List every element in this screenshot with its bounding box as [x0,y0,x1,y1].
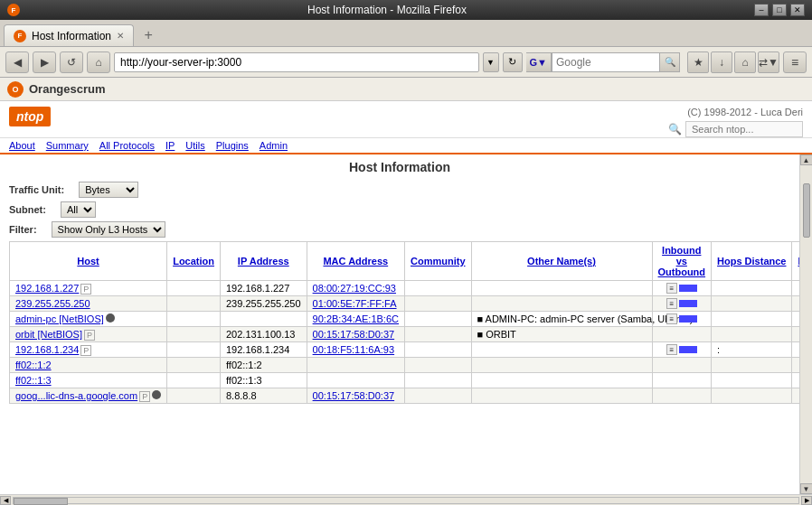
mac-cell [307,358,404,373]
th-hops-distance[interactable]: Hops Distance [712,242,792,281]
ntop-logo[interactable]: ntop [9,107,51,126]
nav-plugins[interactable]: Plugins [216,140,249,151]
inbound-outbound-cell: ≡ [652,281,712,296]
refresh-button[interactable]: ↺ [60,51,83,73]
inbound-toggle[interactable]: ≡ [666,283,677,294]
scroll-up-button[interactable]: ▲ [800,154,813,165]
mac-link[interactable]: 01:00:5E:7F:FF:FA [313,298,397,309]
ip-cell: 239.255.255.250 [221,296,307,312]
window-app-icon: F [7,4,20,16]
inbound-toggle[interactable]: ≡ [666,298,677,309]
mac-link[interactable]: 00:15:17:58:D0:37 [313,329,395,340]
maximize-button[interactable]: □ [772,4,787,16]
ip-cell: 8.8.8.8 [221,388,307,404]
subnet-label: Subnet: [9,204,46,215]
history-button[interactable]: ⌂ [734,51,756,73]
bottom-scrollbar[interactable]: ◀ ▶ [0,494,812,505]
host-link[interactable]: admin-pc [NetBIOS] [15,313,104,324]
inbound-toggle[interactable]: ≡ [666,344,677,355]
home-button[interactable]: ⌂ [87,51,110,73]
nav-admin[interactable]: Admin [260,140,288,151]
host-p-icon[interactable]: P [80,284,91,295]
scroll-down-button[interactable]: ▼ [800,483,813,494]
host-c-cell [792,312,799,327]
inbound-toggle[interactable]: ≡ [666,313,677,324]
url-dropdown-button[interactable]: ▼ [483,52,499,72]
ip-cell: 202.131.100.13 [221,327,307,342]
th-location[interactable]: Location [167,242,221,281]
host-link[interactable]: 192.168.1.234 [15,344,79,355]
host-p-icon[interactable]: P [139,391,150,402]
th-inbound-vs-outbound[interactable]: InboundvsOutbound [652,242,712,281]
ntop-search-input[interactable] [685,121,803,137]
back-button[interactable]: ◀ [5,51,29,73]
nav-about[interactable]: About [9,140,35,151]
hops-cell [712,296,792,312]
search-input[interactable] [552,52,660,72]
host-cell: ff02::1:2 [10,358,167,373]
minimize-button[interactable]: – [754,4,769,16]
nav-utils[interactable]: Utils [185,140,204,151]
nav-all-protocols[interactable]: All Protocols [99,140,155,151]
host-link[interactable]: 239.255.255.250 [15,298,90,309]
inbound-outbound-cell [652,327,712,342]
ntop-copyright: (C) 1998-2012 - Luca Deri [668,107,803,117]
page-content: Host Information Traffic Unit: Bytes Pac… [0,154,799,494]
mac-link[interactable]: 90:2B:34:AE:1B:6C [313,313,399,324]
new-tab-button[interactable]: + [137,24,159,46]
table-row: orbit [NetBIOS]P202.131.100.1300:15:17:5… [10,327,800,342]
host-p-icon[interactable]: P [80,345,91,356]
sync-button[interactable]: ⇄▼ [758,51,779,73]
mac-link[interactable]: 00:15:17:58:D0:37 [313,390,395,401]
url-input[interactable] [114,52,479,72]
location-cell [167,388,221,404]
location-cell [167,358,221,373]
hops-cell [712,388,792,404]
th-host[interactable]: Host [10,242,167,281]
mac-link[interactable]: 00:18:F5:11:6A:93 [313,344,395,355]
main-area: Host Information Traffic Unit: Bytes Pac… [0,154,812,494]
tab-close-button[interactable]: ✕ [117,31,124,41]
th-host-c[interactable]: Host C [792,242,799,281]
downloads-button[interactable]: ↓ [711,51,732,73]
community-cell [405,327,472,342]
bookmarks-button[interactable]: ★ [687,51,709,73]
nav-summary[interactable]: Summary [46,140,89,151]
th-other-names[interactable]: Other Name(s) [471,242,652,281]
active-tab[interactable]: F Host Information ✕ [4,24,134,46]
subnet-select[interactable]: All [61,201,96,218]
filter-select[interactable]: Show Only L3 Hosts [52,221,165,238]
community-cell [405,296,472,312]
go-button[interactable]: ↻ [503,52,523,72]
side-scrollbar[interactable]: ▲ ▼ [799,154,812,494]
search-submit-button[interactable]: 🔍 [660,52,680,72]
host-cell: orbit [NetBIOS]P [10,327,167,342]
scroll-right-button[interactable]: ▶ [801,496,812,505]
scroll-left-button[interactable]: ◀ [0,496,11,505]
traffic-unit-label: Traffic Unit: [9,184,64,195]
community-cell [405,388,472,404]
host-link[interactable]: ff02::1:2 [15,360,52,370]
community-cell [405,342,472,358]
th-ip-address[interactable]: IP Address [221,242,307,281]
th-community[interactable]: Community [405,242,472,281]
horizontal-scrollbar-thumb[interactable] [14,498,68,505]
host-c-cell [792,327,799,342]
inbound-outbound-cell [652,358,712,373]
host-link[interactable]: ff02::1:3 [15,375,52,386]
nav-ip[interactable]: IP [165,140,175,151]
browser-content: ntop (C) 1998-2012 - Luca Deri 🔍 About S… [0,101,812,505]
traffic-unit-select[interactable]: Bytes Packets [79,182,138,198]
menu-button[interactable]: ≡ [783,51,807,73]
search-engine-selector[interactable]: G▼ [526,52,552,72]
host-link[interactable]: orbit [NetBIOS] [15,329,82,340]
host-link[interactable]: 192.168.1.227 [15,283,79,294]
url-bar: ◀ ▶ ↺ ⌂ ▼ ↻ G▼ 🔍 ★ ↓ ⌂ ⇄▼ ≡ [0,47,812,78]
th-mac-address[interactable]: MAC Address [307,242,404,281]
host-p-icon[interactable]: P [84,330,95,341]
scrollbar-thumb[interactable] [803,183,810,238]
forward-button[interactable]: ▶ [33,51,56,73]
close-button[interactable]: ✕ [790,4,805,16]
host-link[interactable]: goog...lic-dns-a.google.com [15,390,137,401]
mac-link[interactable]: 08:00:27:19:CC:93 [313,283,396,294]
